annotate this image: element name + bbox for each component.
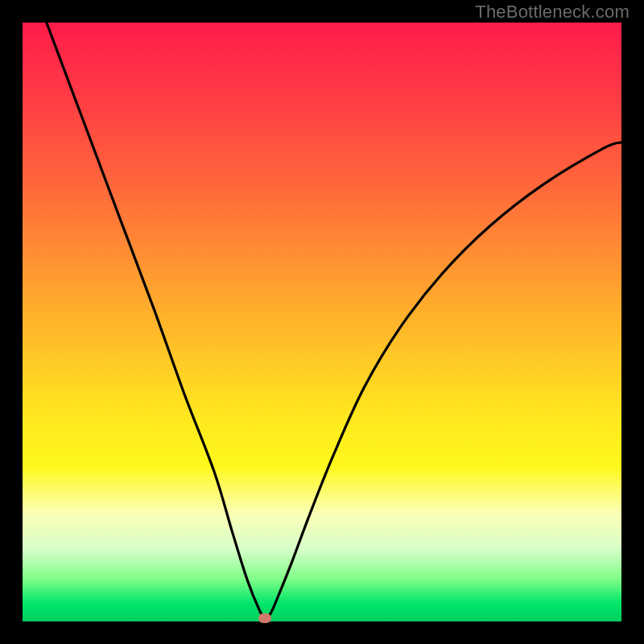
optimal-point-marker	[258, 613, 271, 623]
bottleneck-curve	[23, 23, 621, 621]
watermark-text: TheBottleneck.com	[475, 2, 630, 23]
chart-frame: TheBottleneck.com	[0, 0, 644, 644]
plot-area	[23, 23, 621, 621]
